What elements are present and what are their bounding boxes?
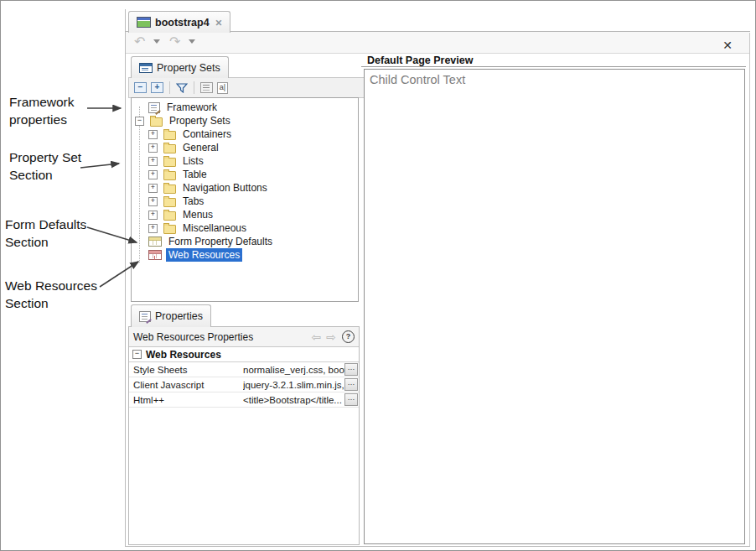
expand-node-icon[interactable]: +: [148, 130, 158, 139]
default-page-preview: Child Control Text: [364, 69, 745, 544]
expand-all-icon[interactable]: +: [151, 82, 163, 93]
form-file-icon: [137, 17, 151, 28]
tree-item-label: Form Property Defaults: [166, 235, 275, 248]
folder-icon: [163, 211, 176, 221]
folder-icon: [150, 117, 163, 127]
editor-bottom-border: [125, 546, 750, 547]
property-name: Client Javascript: [129, 380, 243, 390]
collapse-all-icon[interactable]: −: [134, 82, 147, 93]
properties-icon: [139, 311, 151, 322]
tree-indent: [132, 188, 145, 189]
annotation-form-defaults-section: Form Defaults Section: [5, 216, 99, 251]
tree-item-tabs[interactable]: +Tabs: [132, 195, 358, 208]
annotation-web-resources-section: Web Resources Section: [5, 277, 104, 312]
tree-expander-spacer: [135, 104, 142, 112]
tree-item-label: General: [180, 141, 221, 154]
preview-content-text: Child Control Text: [365, 70, 744, 90]
section-title: Web Resources: [146, 349, 221, 361]
tree-item-framework[interactable]: Framework: [132, 101, 358, 114]
tab-property-sets[interactable]: Property Sets: [131, 56, 229, 78]
folder-icon: [163, 144, 176, 153]
tab-close-icon[interactable]: ✕: [215, 18, 223, 28]
help-icon[interactable]: ?: [342, 330, 355, 343]
screenshot-frame: Framework properties Property Set Sectio…: [0, 0, 756, 551]
property-name: Style Sheets: [129, 365, 243, 375]
expand-node-icon[interactable]: +: [148, 211, 158, 220]
preview-title-divider: [361, 66, 746, 67]
tree-item-label: Miscellaneous: [180, 221, 249, 235]
annotation-framework-properties: Framework properties: [9, 93, 90, 128]
expand-node-icon[interactable]: +: [148, 170, 158, 179]
form-defaults-icon: [148, 237, 162, 247]
tree-indent: [132, 215, 145, 216]
properties-view-icon[interactable]: [200, 82, 213, 93]
tree-item-label: Web Resources: [166, 248, 242, 262]
close-icon[interactable]: ✕: [720, 38, 735, 53]
tree-item-lists[interactable]: +Lists: [132, 154, 358, 168]
collapse-node-icon[interactable]: −: [135, 117, 144, 126]
expand-node-icon[interactable]: +: [148, 184, 158, 193]
tree-item-label: Containers: [180, 127, 234, 141]
redo-dropdown-icon[interactable]: [189, 39, 195, 44]
tree-item-label: Property Sets: [167, 114, 233, 127]
tree-indent: [132, 134, 145, 135]
tree-item-general[interactable]: +General: [132, 141, 358, 154]
section-header-web-resources[interactable]: − Web Resources: [129, 347, 359, 362]
property-row-html: Html++<title>Bootstrap</title...…: [129, 392, 359, 408]
tree-item-form-property-defaults[interactable]: Form Property Defaults: [132, 235, 358, 248]
expand-node-icon[interactable]: +: [148, 157, 158, 166]
filter-icon[interactable]: [176, 83, 188, 93]
tree-item-containers[interactable]: +Containers: [132, 127, 358, 141]
folder-icon: [163, 158, 176, 167]
tree-toolbar: − + a|: [128, 77, 370, 98]
tree-item-web-resources[interactable]: Web Resources: [132, 248, 358, 262]
folder-icon: [163, 131, 176, 140]
ellipsis-button[interactable]: …: [344, 363, 358, 376]
web-resources-icon: [148, 250, 162, 260]
properties-header-title: Web Resources Properties: [133, 331, 309, 343]
toolbar-divider: [126, 53, 749, 54]
tree-expander-spacer: [135, 252, 142, 259]
forward-arrow-icon[interactable]: ⇨: [326, 330, 336, 344]
back-arrow-icon[interactable]: ⇦: [312, 330, 322, 344]
tree-expander-spacer: [135, 238, 142, 246]
annotation-property-set-section: Property Set Section: [9, 148, 96, 184]
folder-icon: [163, 171, 176, 180]
undo-icon[interactable]: ↶: [134, 34, 145, 49]
editor-left-border: [125, 9, 126, 547]
properties-header: Web Resources Properties ⇦ ⇨ ?: [129, 327, 359, 347]
tree-item-miscellaneous[interactable]: +Miscellaneous: [132, 221, 358, 235]
property-value[interactable]: jquery-3.2.1.slim.min.js,...: [243, 380, 344, 390]
section-collapse-icon[interactable]: −: [132, 350, 142, 359]
property-value[interactable]: <title>Bootstrap</title...: [243, 395, 344, 405]
tree-item-table[interactable]: +Table: [132, 168, 358, 181]
redo-icon[interactable]: ↷: [169, 34, 180, 49]
expand-node-icon[interactable]: +: [148, 143, 158, 153]
toolbar-separator: [194, 81, 194, 94]
ellipsis-button[interactable]: …: [344, 393, 358, 406]
property-value[interactable]: normalise_verj.css, boot...: [243, 365, 344, 375]
tree-item-label: Table: [180, 168, 210, 181]
tree-indent: [132, 174, 145, 175]
tree-item-label: Tabs: [180, 195, 206, 208]
property-sets-icon: [139, 63, 153, 73]
tab-label: Property Sets: [157, 62, 220, 74]
tree-item-menus[interactable]: +Menus: [132, 208, 358, 221]
tree-indent: [132, 148, 145, 148]
tab-bootstrap4[interactable]: bootstrap4 ✕: [128, 11, 230, 33]
folder-icon: [163, 198, 176, 207]
tree-item-label: Framework: [164, 101, 220, 114]
toolbar-separator: [169, 81, 170, 94]
editor-scrollbar-track[interactable]: [749, 33, 750, 547]
property-sets-tree: Framework−Property Sets+Containers+Gener…: [131, 97, 359, 302]
property-name: Html++: [129, 395, 243, 405]
tree-item-navigation-buttons[interactable]: +Navigation Buttons: [132, 181, 358, 195]
ellipsis-button[interactable]: …: [344, 378, 358, 391]
undo-dropdown-icon[interactable]: [153, 39, 160, 44]
expand-node-icon[interactable]: +: [148, 224, 158, 233]
tree-item-property-sets[interactable]: −Property Sets: [132, 114, 358, 127]
sort-alpha-icon[interactable]: a|: [217, 82, 228, 94]
expand-node-icon[interactable]: +: [148, 197, 158, 206]
editor-toolbar: ↶ ↷: [126, 32, 749, 53]
tab-properties[interactable]: Properties: [131, 304, 211, 327]
